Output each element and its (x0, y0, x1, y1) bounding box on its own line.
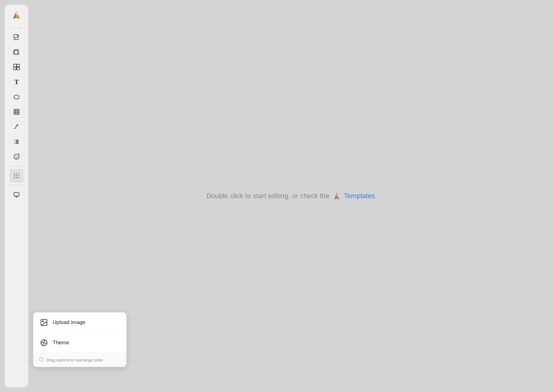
popup-footer: Drag options to rearrange order (33, 353, 126, 367)
hint-text: Double click to start editing, or check … (206, 192, 329, 200)
sidebar-item-list[interactable] (10, 135, 23, 149)
sidebar: T (5, 5, 28, 387)
popup-item-upload-image[interactable]: Upload image (33, 313, 126, 333)
svg-rect-14 (17, 64, 19, 67)
svg-rect-17 (14, 95, 19, 99)
svg-rect-15 (14, 67, 16, 70)
sidebar-item-text[interactable]: T (10, 75, 23, 89)
svg-point-42 (14, 175, 15, 176)
popup-footer-text: Drag options to rearrange order (46, 358, 103, 362)
popup-item-theme[interactable]: Theme (33, 333, 126, 353)
svg-rect-16 (17, 67, 19, 70)
svg-point-46 (16, 177, 17, 178)
info-icon (39, 357, 44, 363)
templates-label[interactable]: Templates (344, 192, 375, 200)
sidebar-item-note[interactable] (10, 30, 23, 44)
svg-point-54 (42, 321, 43, 322)
sidebar-divider-bottom (10, 185, 23, 185)
popup-menu: Upload image Theme Drag options to (33, 312, 127, 367)
svg-rect-7 (14, 50, 18, 55)
svg-point-29 (14, 140, 15, 141)
svg-point-44 (18, 175, 19, 176)
svg-point-39 (14, 173, 15, 174)
svg-point-47 (18, 177, 19, 178)
svg-point-56 (42, 341, 43, 342)
sidebar-item-sticky[interactable] (10, 60, 23, 74)
svg-point-34 (14, 154, 19, 160)
text-icon: T (14, 78, 19, 86)
upload-image-icon (40, 318, 48, 327)
theme-label: Theme (53, 340, 69, 346)
canvas-hint: Double click to start editing, or check … (206, 191, 375, 201)
svg-point-31 (14, 143, 15, 144)
svg-point-58 (42, 343, 43, 344)
sidebar-item-shape[interactable] (10, 90, 23, 104)
sidebar-item-more[interactable] (10, 169, 23, 183)
svg-point-40 (16, 173, 17, 174)
svg-point-41 (18, 173, 19, 174)
svg-point-45 (14, 177, 15, 178)
svg-point-35 (15, 156, 16, 156)
sidebar-item-frame[interactable] (10, 45, 23, 59)
svg-rect-48 (14, 193, 19, 196)
svg-point-36 (17, 156, 18, 156)
sidebar-item-emoji[interactable] (10, 150, 23, 164)
svg-point-57 (44, 341, 45, 342)
sidebar-divider-mid (10, 166, 23, 166)
sidebar-item-table[interactable] (10, 105, 23, 119)
upload-image-label: Upload image (53, 319, 85, 326)
svg-rect-18 (14, 109, 19, 115)
sidebar-item-connector[interactable] (10, 120, 23, 134)
sidebar-item-comment[interactable] (10, 188, 23, 202)
theme-icon (40, 338, 48, 347)
templates-link[interactable]: Templates (332, 191, 375, 201)
sidebar-divider-top (10, 27, 23, 28)
svg-rect-13 (14, 64, 17, 67)
svg-point-43 (16, 175, 17, 176)
svg-point-30 (14, 141, 15, 142)
app-logo[interactable] (10, 9, 23, 22)
svg-point-38 (19, 153, 20, 154)
